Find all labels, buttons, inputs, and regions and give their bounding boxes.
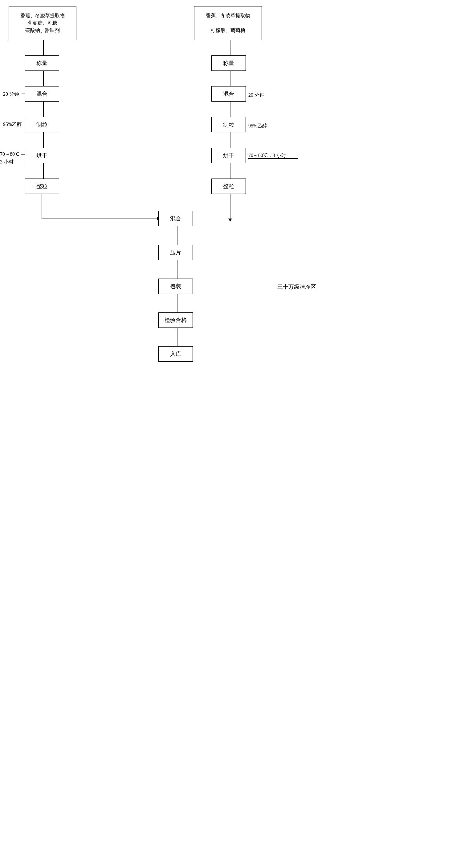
right-granule-label: 制粒 [223, 121, 234, 128]
left-mix-time-label: 20 分钟 [3, 91, 19, 98]
left-input-label: 香蕉、冬凌草提取物 葡萄糖、乳糖 碳酸钠、甜味剂 [20, 12, 65, 34]
right-mix-box: 混合 [211, 86, 246, 101]
right-input-label: 香蕉、冬凌草提取物 柠檬酸、葡萄糖 [206, 12, 250, 34]
left-granule-solvent-label: 95%乙醇 [3, 121, 22, 128]
right-dry-label: 烘干 [223, 152, 234, 159]
left-input-box: 香蕉、冬凌草提取物 葡萄糖、乳糖 碳酸钠、甜味剂 [9, 6, 77, 40]
pack-box: 包装 [159, 279, 193, 294]
right-granule-box: 制粒 [211, 117, 246, 132]
arrow-right-sieve-to-cmix [228, 194, 232, 222]
store-label: 入库 [170, 350, 181, 358]
press-box: 压片 [159, 245, 193, 260]
store-box: 入库 [159, 346, 193, 362]
left-weigh-box: 称量 [25, 55, 59, 71]
left-sieve-down-line [41, 194, 42, 219]
left-sieve-label: 整粒 [36, 183, 48, 190]
left-dry-label: 烘干 [36, 152, 48, 159]
right-dry-box: 烘干 [211, 148, 246, 163]
inspect-label: 检验合格 [165, 316, 187, 324]
press-label: 压片 [170, 249, 181, 256]
right-mix-time-label: 20 分钟 [248, 92, 264, 98]
right-dry-underline [248, 158, 298, 159]
right-input-box: 香蕉、冬凌草提取物 柠檬酸、葡萄糖 [194, 6, 262, 40]
left-mix-box: 混合 [25, 86, 59, 101]
right-weigh-label: 称量 [223, 59, 234, 67]
right-weigh-box: 称量 [211, 55, 246, 71]
left-granule-box: 制粒 [25, 117, 59, 132]
clean-zone-label: 三十万级洁净区 [277, 283, 316, 291]
left-granule-label: 制粒 [36, 121, 48, 128]
left-weigh-label: 称量 [36, 59, 48, 67]
center-mix-box: 混合 [159, 211, 193, 226]
right-sieve-label: 整粒 [223, 183, 234, 190]
right-granule-solvent-label: 95%乙醇 [248, 123, 267, 129]
inspect-box: 检验合格 [159, 312, 193, 328]
left-dry-temp-label: 70～80℃ [0, 151, 20, 158]
pack-label: 包装 [170, 283, 181, 290]
right-sieve-box: 整粒 [211, 179, 246, 194]
left-dry-time-label: 3 小时 [0, 158, 13, 165]
left-sieve-box: 整粒 [25, 179, 59, 194]
left-to-center-hline [41, 219, 159, 219]
left-dry-box: 烘干 [25, 148, 59, 163]
right-mix-label: 混合 [223, 90, 234, 98]
center-mix-label: 混合 [170, 215, 181, 222]
diagram: 香蕉、冬凌草提取物 葡萄糖、乳糖 碳酸钠、甜味剂 称量 20 分钟 混合 95%… [0, 0, 460, 868]
left-mix-label: 混合 [36, 90, 48, 98]
